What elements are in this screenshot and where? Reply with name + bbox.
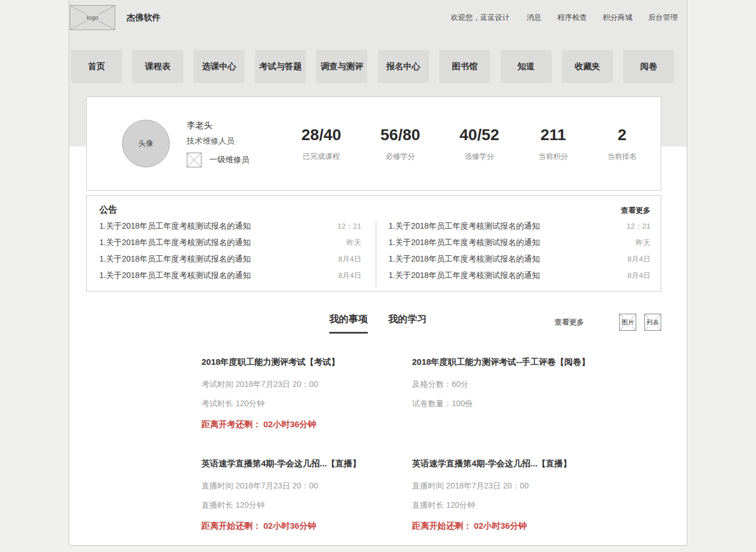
stat-value: 40/52 [460, 126, 499, 144]
tasks-header: 我的事项 我的学习 查看更多 图片 列表 [69, 313, 687, 341]
tasks-view-more[interactable]: 查看更多 [555, 317, 584, 327]
stat-required-credits: 56/80 必修学分 [380, 126, 420, 162]
stat-label: 当前排名 [607, 151, 637, 162]
task-card-grading: 2018年度职工能力测评考试--手工评卷【阅卷】 及格分数：60分 试卷数量：1… [412, 357, 639, 430]
announcements-panel: 公告 查看更多 1.关于2018年员工年度考核测试报名的通知 12：21 1.关… [86, 195, 661, 292]
user-info-card: 头像 李老头 技术维修人员 一级维修员 28/40 已完成课程 56/80 [86, 96, 661, 191]
page-container: logo 杰佛软件 欢迎您，蓝蓝设计 消息 程序检查 积分商城 后台管理 首页 … [69, 0, 687, 546]
stat-label: 必修学分 [380, 151, 420, 162]
header: logo 杰佛软件 欢迎您，蓝蓝设计 消息 程序检查 积分商城 后台管理 [69, 0, 687, 35]
stat-value: 28/40 [301, 126, 341, 144]
card-detail-row: 试卷数量：100份 [412, 399, 639, 409]
user-block: 李老头 技术维修人员 一级维修员 [187, 120, 249, 167]
stat-completed-courses: 28/40 已完成课程 [301, 126, 341, 162]
card-detail-row: 考试时长 120分钟 [201, 399, 412, 409]
announcements-columns: 1.关于2018年员工年度考核测试报名的通知 12：21 1.关于2018年员工… [99, 221, 650, 287]
task-card-live-1: 英语速学直播第4期-学会这几招...【直播】 直播时间 2018年7月23日 2… [201, 458, 412, 532]
announcement-item[interactable]: 1.关于2018年员工年度考核测试报名的通知 8月4日 [389, 271, 651, 287]
user-stats: 28/40 已完成课程 56/80 必修学分 40/52 选修学分 211 当前… [301, 126, 645, 162]
announcement-item[interactable]: 1.关于2018年员工年度考核测试报名的通知 昨天 [99, 238, 362, 254]
card-title[interactable]: 英语速学直播第4期-学会这几招...【直播】 [201, 458, 412, 469]
card-detail-row: 直播时间 2018年7月23日 20：00 [412, 481, 639, 491]
user-role: 技术维修人员 [187, 136, 249, 146]
nav-item-registration[interactable]: 报名中心 [378, 50, 429, 83]
card-detail-row: 直播时间 2018年7月23日 20：00 [201, 481, 412, 491]
nav-item-grading[interactable]: 阅卷 [623, 50, 674, 83]
menu-item-messages[interactable]: 消息 [527, 12, 541, 23]
announcements-view-more[interactable]: 查看更多 [621, 205, 650, 216]
announcement-time: 昨天 [610, 238, 650, 248]
badge-row: 一级维修员 [187, 153, 249, 167]
avatar: 头像 [122, 120, 170, 167]
logo-label: logo [85, 14, 100, 21]
announcements-header: 公告 查看更多 [99, 204, 650, 216]
tasks-controls: 查看更多 图片 列表 [555, 314, 661, 331]
card-countdown: 距离开考还剩：02小时36分钟 [201, 419, 412, 430]
announcement-time: 8月4日 [321, 254, 362, 264]
stat-label: 已完成课程 [301, 151, 341, 162]
menu-item-program-check[interactable]: 程序检查 [557, 12, 587, 23]
tab-my-tasks[interactable]: 我的事项 [329, 313, 368, 334]
welcome-text: 欢迎您，蓝蓝设计 [451, 12, 510, 23]
announcement-time: 8月4日 [610, 271, 650, 281]
nav-item-exams[interactable]: 考试与答题 [255, 50, 306, 83]
announcements-left-column: 1.关于2018年员工年度考核测试报名的通知 12：21 1.关于2018年员工… [99, 221, 376, 287]
announcements-title: 公告 [99, 204, 117, 216]
announcement-item[interactable]: 1.关于2018年员工年度考核测试报名的通知 昨天 [389, 238, 651, 254]
announcement-item[interactable]: 1.关于2018年员工年度考核测试报名的通知 8月4日 [99, 254, 362, 271]
stat-value: 2 [607, 126, 637, 144]
card-countdown: 距离开始还剩：02小时36分钟 [201, 521, 412, 532]
nav-item-home[interactable]: 首页 [71, 50, 122, 83]
announcement-time: 12：21 [610, 221, 650, 231]
announcement-time: 8月4日 [321, 271, 362, 281]
menu-item-points-mall[interactable]: 积分商城 [603, 12, 632, 23]
card-detail-row: 直播时长 120分钟 [412, 500, 639, 511]
stat-value: 56/80 [380, 126, 420, 144]
stat-current-points: 211 当前积分 [539, 126, 568, 162]
nav-item-know[interactable]: 知道 [501, 50, 552, 83]
card-detail-row: 直播时长 120分钟 [201, 500, 412, 511]
announcement-time: 8月4日 [610, 254, 650, 264]
stat-elective-credits: 40/52 选修学分 [460, 126, 499, 162]
badge-label: 一级维修员 [209, 155, 249, 165]
main-nav: 首页 课程表 选课中心 考试与答题 调查与测评 报名中心 图书馆 知道 收藏夹 … [69, 35, 687, 83]
nav-item-survey[interactable]: 调查与测评 [316, 50, 367, 83]
announcement-item[interactable]: 1.关于2018年员工年度考核测试报名的通知 8月4日 [389, 254, 651, 271]
menu-item-admin[interactable]: 后台管理 [648, 12, 678, 23]
card-title[interactable]: 英语速学直播第4期-学会这几招...【直播】 [412, 458, 639, 469]
header-menu: 欢迎您，蓝蓝设计 消息 程序检查 积分商城 后台管理 [451, 12, 687, 23]
announcement-item[interactable]: 1.关于2018年员工年度考核测试报名的通知 12：21 [99, 221, 362, 238]
card-detail-row: 及格分数：60分 [412, 380, 639, 390]
announcement-time: 昨天 [321, 238, 362, 248]
user-name: 李老头 [187, 120, 249, 131]
image-view-icon[interactable]: 图片 [619, 314, 636, 331]
stat-value: 211 [539, 126, 568, 144]
nav-item-course-center[interactable]: 选课中心 [194, 50, 245, 83]
card-countdown: 距离开始还剩：02小时36分钟 [412, 521, 639, 532]
brand-name: 杰佛软件 [127, 12, 161, 23]
task-card-exam: 2018年度职工能力测评考试【考试】 考试时间 2018年7月23日 20：00… [201, 357, 412, 430]
card-detail-row: 考试时间 2018年7月23日 20：00 [201, 380, 412, 390]
nav-item-library[interactable]: 图书馆 [439, 50, 490, 83]
announcement-item[interactable]: 1.关于2018年员工年度考核测试报名的通知 8月4日 [99, 271, 362, 287]
stat-current-rank: 2 当前排名 [607, 126, 637, 162]
announcement-item[interactable]: 1.关于2018年员工年度考核测试报名的通知 12：21 [389, 221, 651, 238]
announcement-time: 12：21 [321, 221, 362, 231]
badge-placeholder-icon [187, 153, 201, 167]
task-cards-grid: 2018年度职工能力测评考试【考试】 考试时间 2018年7月23日 20：00… [201, 357, 687, 532]
stat-label: 选修学分 [460, 151, 499, 162]
list-view-icon[interactable]: 列表 [644, 314, 661, 331]
nav-item-schedule[interactable]: 课程表 [132, 50, 183, 83]
stat-label: 当前积分 [539, 151, 568, 162]
card-title[interactable]: 2018年度职工能力测评考试【考试】 [201, 357, 412, 368]
tab-my-learning[interactable]: 我的学习 [388, 313, 427, 334]
nav-item-favorites[interactable]: 收藏夹 [562, 50, 613, 83]
announcements-right-column: 1.关于2018年员工年度考核测试报名的通知 12：21 1.关于2018年员工… [376, 221, 651, 287]
task-card-live-2: 英语速学直播第4期-学会这几招...【直播】 直播时间 2018年7月23日 2… [412, 458, 639, 532]
card-title[interactable]: 2018年度职工能力测评考试--手工评卷【阅卷】 [412, 357, 639, 368]
logo-placeholder: logo [70, 5, 115, 30]
